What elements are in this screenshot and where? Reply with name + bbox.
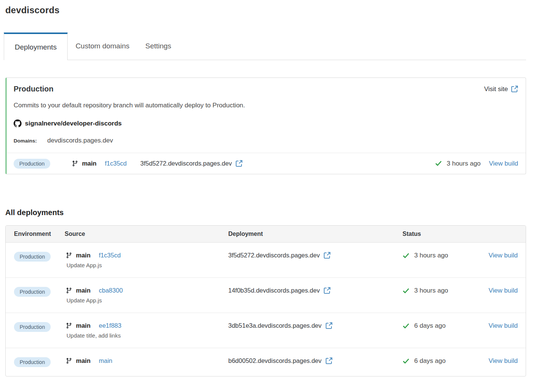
table-header-row: Environment Source Deployment Status	[6, 226, 526, 243]
commit-link[interactable]: main	[99, 357, 113, 364]
table-row: Production main ee1f883 Update title, ad…	[6, 313, 526, 348]
deploy-time: 3 hours ago	[447, 160, 481, 167]
tab-custom-domains-label: Custom domains	[76, 42, 130, 50]
domains-value: devdiscords.pages.dev	[47, 137, 113, 144]
check-icon	[435, 160, 442, 167]
environment-badge: Production	[14, 159, 50, 169]
external-link-icon[interactable]	[325, 357, 333, 364]
production-card: Production Visit site Commits to your de…	[5, 77, 526, 174]
page-title: devdiscords	[5, 5, 534, 15]
commit-link[interactable]: f1c35cd	[105, 160, 127, 167]
repo-name: signalnerve/developer-discords	[25, 120, 122, 127]
external-link-icon[interactable]	[323, 287, 331, 294]
view-build-link[interactable]: View build	[489, 160, 518, 167]
deployment-url: 14f0b35d.devdiscords.pages.dev	[228, 287, 320, 294]
deployment-url: 3db51e3a.devdiscords.pages.dev	[228, 322, 322, 329]
git-branch-icon	[66, 287, 72, 294]
tab-settings[interactable]: Settings	[137, 33, 179, 60]
column-status: Status	[402, 231, 518, 237]
column-source: Source	[65, 231, 228, 237]
check-icon	[402, 358, 410, 365]
deploy-time: 6 days ago	[414, 322, 446, 330]
git-branch-icon	[72, 160, 78, 167]
git-branch-icon	[66, 252, 72, 259]
repo-row: signalnerve/developer-discords	[14, 119, 518, 127]
branch-name: main	[76, 287, 91, 294]
commit-message: Update App.js	[67, 297, 228, 304]
external-link-icon[interactable]	[325, 322, 333, 329]
environment-badge: Production	[14, 357, 51, 367]
tab-custom-domains[interactable]: Custom domains	[68, 33, 138, 60]
deployments-table: Environment Source Deployment Status Pro…	[5, 225, 526, 377]
tab-settings-label: Settings	[145, 42, 171, 50]
branch-name: main	[82, 160, 97, 167]
domains-label: Domains:	[14, 138, 47, 144]
check-icon	[402, 322, 410, 330]
commit-message: Update title, add links	[67, 332, 228, 339]
environment-badge: Production	[14, 287, 51, 297]
production-heading: Production	[14, 85, 54, 93]
column-environment: Environment	[14, 231, 65, 237]
commit-link[interactable]: f1c35cd	[99, 252, 121, 259]
deploy-time: 6 days ago	[414, 357, 446, 365]
external-link-icon	[511, 85, 518, 93]
pages-project-page: devdiscords Deployments Custom domains S…	[0, 0, 534, 392]
production-description: Commits to your default repository branc…	[14, 102, 518, 109]
view-build-link[interactable]: View build	[489, 252, 518, 259]
check-icon	[402, 252, 410, 259]
deployment-url: 3f5d5272.devdiscords.pages.dev	[140, 160, 232, 167]
domains-row: Domains: devdiscords.pages.dev	[14, 137, 518, 144]
production-deployment-row: Production main f1c35cd 3f5d5272.devdisc…	[7, 153, 526, 174]
commit-message: Update App.js	[67, 262, 228, 268]
external-link-icon[interactable]	[235, 160, 243, 167]
branch-name: main	[76, 252, 91, 259]
view-build-link[interactable]: View build	[489, 357, 518, 365]
visit-site-link[interactable]: Visit site	[484, 85, 518, 93]
deploy-time: 3 hours ago	[414, 287, 448, 294]
git-branch-icon	[66, 322, 72, 329]
column-deployment: Deployment	[228, 231, 402, 237]
git-branch-icon	[66, 358, 72, 364]
external-link-icon[interactable]	[323, 252, 331, 259]
branch-name: main	[76, 357, 91, 364]
commit-link[interactable]: cba8300	[99, 287, 123, 294]
all-deployments-heading: All deployments	[5, 208, 534, 217]
tab-deployments[interactable]: Deployments	[4, 33, 68, 60]
view-build-link[interactable]: View build	[489, 287, 518, 294]
table-row: Production main cba8300 Update App.js 14…	[6, 277, 526, 313]
view-build-link[interactable]: View build	[489, 322, 518, 330]
commit-link[interactable]: ee1f883	[99, 322, 122, 329]
check-icon	[402, 287, 410, 294]
table-row: Production main f1c35cd Update App.js 3f…	[6, 243, 526, 277]
tab-deployments-label: Deployments	[15, 43, 57, 51]
tab-bar: Deployments Custom domains Settings	[4, 33, 526, 60]
github-icon	[14, 119, 22, 127]
visit-site-label: Visit site	[484, 85, 508, 93]
environment-badge: Production	[14, 252, 51, 262]
deployment-url: 3f5d5272.devdiscords.pages.dev	[228, 252, 320, 259]
deploy-time: 3 hours ago	[414, 252, 448, 259]
table-row: Production main main b6d00502.devdiscord…	[6, 348, 526, 376]
deployment-url: b6d00502.devdiscords.pages.dev	[228, 357, 322, 364]
branch-name: main	[76, 322, 91, 329]
environment-badge: Production	[14, 322, 51, 332]
